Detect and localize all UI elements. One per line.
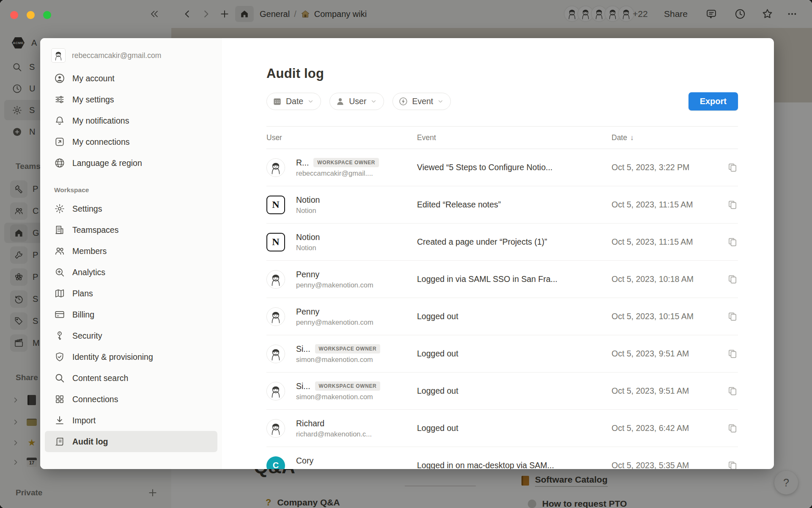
building-icon: [54, 224, 65, 235]
settings-menu-audit-log[interactable]: Audit log: [45, 431, 217, 452]
menu-item-label: My notifications: [72, 116, 129, 126]
column-header-date[interactable]: Date↓: [612, 133, 738, 142]
settings-menu-content-search[interactable]: Content search: [45, 367, 217, 389]
user-name: R...: [296, 158, 309, 168]
user-filled-icon: [335, 97, 345, 106]
settings-menu-import[interactable]: Import: [45, 410, 217, 431]
event-date: Oct 5, 2023, 3:22 PM: [612, 163, 689, 172]
user-name: Notion: [296, 232, 320, 242]
settings-menu-plans[interactable]: Plans: [45, 283, 217, 304]
user-name: Si...: [296, 381, 310, 391]
user-email: richard@makenotion.c...: [296, 430, 372, 438]
settings-menu-language-region[interactable]: Language & region: [45, 152, 217, 174]
event-date: Oct 5, 2023, 11:15 AM: [612, 237, 693, 247]
sliders-icon: [54, 94, 65, 105]
column-header-user[interactable]: User: [266, 133, 417, 142]
gear-icon: [54, 203, 65, 214]
event-description: Logged in via SAML SSO in San Fra...: [417, 274, 612, 284]
settings-menu-billing[interactable]: Billing: [45, 304, 217, 325]
zoom-window-button[interactable]: [43, 11, 51, 19]
import-icon: [54, 415, 65, 426]
settings-menu-settings[interactable]: Settings: [45, 198, 217, 219]
menu-item-label: Settings: [72, 204, 102, 214]
event-description: Viewed “5 Steps to Configure Notio...: [417, 163, 612, 172]
workspace-section-label: Workspace: [54, 186, 222, 194]
table-row[interactable]: Pennypenny@makenotion.comLogged in via S…: [266, 261, 738, 298]
user-email: simon@makenotion.com: [296, 356, 380, 364]
settings-menu-connections[interactable]: Connections: [45, 389, 217, 410]
settings-menu-my-connections[interactable]: My connections: [45, 131, 217, 152]
table-row[interactable]: Pennypenny@makenotion.comLogged outOct 5…: [266, 298, 738, 335]
user-name: Si...: [296, 344, 310, 354]
copy-icon[interactable]: [727, 386, 738, 397]
copy-icon[interactable]: [727, 199, 738, 210]
copy-icon[interactable]: [727, 237, 738, 248]
minimize-window-button[interactable]: [27, 11, 35, 19]
copy-icon[interactable]: [727, 274, 738, 285]
event-date: Oct 5, 2023, 6:42 AM: [612, 423, 689, 433]
settings-sidebar: rebeccamcakir@gmail.com My accountMy set…: [40, 38, 222, 469]
event-date: Oct 5, 2023, 5:35 AM: [612, 461, 689, 469]
filter-label: Date: [286, 97, 303, 106]
table-row[interactable]: NNotionNotionEdited “Release notes”Oct 5…: [266, 186, 738, 224]
account-row: rebeccamcakir@gmail.com: [40, 46, 222, 68]
copy-icon[interactable]: [727, 162, 738, 173]
user-name: Notion: [296, 195, 320, 205]
analytics-icon: [54, 267, 65, 278]
copy-icon[interactable]: [727, 460, 738, 469]
workspace-owner-badge: WORKSPACE OWNER: [313, 158, 379, 167]
user-email: Notion: [296, 244, 320, 252]
user-avatar: [266, 382, 285, 400]
bell-icon: [54, 115, 65, 126]
settings-menu-my-notifications[interactable]: My notifications: [45, 110, 217, 131]
filter-row: DateUserEvent Export: [266, 92, 738, 110]
user-avatar: [266, 270, 285, 289]
export-button[interactable]: Export: [689, 92, 738, 110]
settings-menu-members[interactable]: Members: [45, 240, 217, 262]
grid-icon: [54, 394, 65, 405]
table-row[interactable]: R...WORKSPACE OWNERrebeccamcakir@gmail..…: [266, 149, 738, 186]
close-window-button[interactable]: [10, 11, 18, 19]
copy-icon[interactable]: [727, 311, 738, 322]
person-circle-icon: [54, 73, 65, 84]
menu-item-label: Plans: [72, 289, 93, 298]
filter-user[interactable]: User: [329, 93, 384, 110]
copy-icon[interactable]: [727, 348, 738, 359]
audit-table-header: User Event Date↓: [266, 126, 738, 149]
menu-item-label: Connections: [72, 395, 118, 404]
settings-menu-security[interactable]: Security: [45, 325, 217, 346]
event-date: Oct 5, 2023, 10:15 AM: [612, 312, 694, 321]
filter-event[interactable]: Event: [392, 93, 451, 110]
event-date: Oct 5, 2023, 9:51 AM: [612, 386, 689, 396]
audit-table-body: R...WORKSPACE OWNERrebeccamcakir@gmail..…: [266, 149, 738, 469]
settings-menu-my-account[interactable]: My account: [45, 68, 217, 89]
menu-item-label: Teamspaces: [72, 225, 118, 235]
table-row[interactable]: CCoryLogged in on mac-desktop via SAM...…: [266, 447, 738, 469]
user-avatar: [266, 419, 285, 438]
event-description: Created a page under “Projects (1)”: [417, 237, 612, 247]
settings-menu-identity-provisioning[interactable]: Identity & provisioning: [45, 346, 217, 367]
user-name: Richard: [296, 419, 324, 428]
table-row[interactable]: Richardrichard@makenotion.c...Logged out…: [266, 410, 738, 447]
filter-date[interactable]: Date: [266, 93, 321, 110]
workspace-owner-badge: WORKSPACE OWNER: [315, 344, 381, 353]
event-date: Oct 5, 2023, 11:15 AM: [612, 200, 693, 210]
user-name: Penny: [296, 270, 319, 279]
audit-scroll-icon: [54, 436, 65, 447]
table-row[interactable]: Si...WORKSPACE OWNERsimon@makenotion.com…: [266, 335, 738, 373]
user-avatar: [266, 158, 285, 177]
map-icon: [54, 288, 65, 299]
user-email: penny@makenotion.com: [296, 281, 373, 289]
column-header-event[interactable]: Event: [417, 133, 612, 142]
table-row[interactable]: NNotionNotionCreated a page under “Proje…: [266, 224, 738, 261]
settings-menu-analytics[interactable]: Analytics: [45, 262, 217, 283]
account-avatar: [51, 48, 66, 63]
menu-item-label: Audit log: [72, 437, 108, 447]
event-description: Logged out: [417, 349, 612, 359]
copy-icon[interactable]: [727, 423, 738, 434]
globe-icon: [54, 157, 65, 168]
table-row[interactable]: Si...WORKSPACE OWNERsimon@makenotion.com…: [266, 373, 738, 410]
settings-menu-my-settings[interactable]: My settings: [45, 89, 217, 110]
settings-menu-teamspaces[interactable]: Teamspaces: [45, 219, 217, 240]
initial-avatar: C: [266, 456, 285, 469]
